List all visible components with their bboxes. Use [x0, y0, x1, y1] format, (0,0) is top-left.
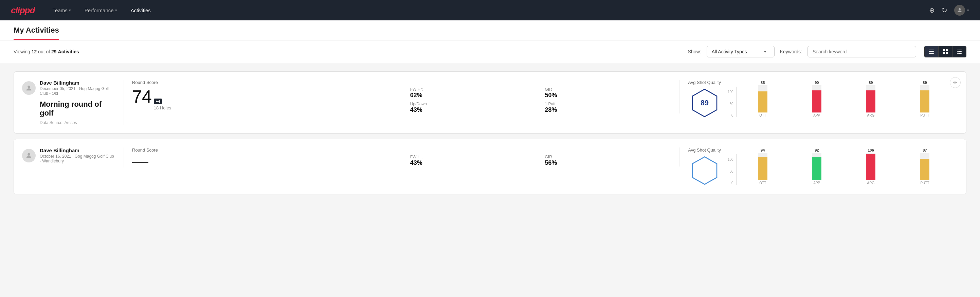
svg-rect-9: [958, 50, 962, 50]
updown-stat: Up/Down 43%: [410, 102, 537, 113]
search-input[interactable]: [808, 46, 916, 57]
grid-view-button[interactable]: [939, 46, 953, 57]
svg-rect-6: [943, 52, 945, 54]
activities-content: ✏ Dave Billingham December 05, 2021 · Go…: [0, 63, 980, 208]
fw-hit-value: 43%: [410, 160, 537, 166]
svg-rect-4: [943, 49, 945, 51]
user-name: Dave Billingham: [40, 80, 115, 86]
keywords-label: Keywords:: [780, 49, 802, 54]
shot-quality-section: Avg Shot Quality 89 100 50 0 85OT: [680, 80, 958, 118]
score-value: 74: [132, 88, 152, 105]
stats-grid: FW Hit 62% GIR 50% Up/Down 43% 1 Putt 28…: [410, 87, 672, 113]
user-info: Dave Billingham October 16, 2021 · Gog M…: [40, 147, 115, 163]
gir-value: 56%: [545, 160, 671, 166]
svg-rect-10: [957, 51, 958, 52]
y-axis: 100 50 0: [728, 90, 735, 117]
one-putt-label: 1 Putt: [545, 102, 671, 106]
avg-shot-quality-label: Avg Shot Quality: [688, 80, 721, 85]
viewing-count-text: Viewing 12 out of 29 Activities: [14, 49, 682, 54]
svg-rect-12: [957, 53, 958, 54]
svg-rect-3: [929, 53, 934, 54]
gir-label: GIR: [545, 87, 671, 92]
fw-hit-label: FW Hit: [410, 155, 537, 160]
activity-type-chevron-icon: ▾: [764, 49, 766, 54]
score-holes: 18 Holes: [154, 105, 171, 110]
fw-hit-stat: FW Hit 43%: [410, 155, 537, 166]
svg-rect-11: [958, 51, 962, 52]
card-left: Dave Billingham October 16, 2021 · Gog M…: [22, 147, 124, 168]
gir-label: GIR: [545, 155, 671, 160]
one-putt-value: 28%: [545, 106, 671, 113]
performance-chevron-icon: ▾: [115, 8, 117, 13]
logo[interactable]: clippd: [11, 5, 35, 16]
round-title: Morning round of golf: [40, 100, 115, 118]
card-user: Dave Billingham December 05, 2021 · Gog …: [22, 80, 115, 96]
round-score-label: Round Score: [132, 147, 394, 153]
filter-bar: Viewing 12 out of 29 Activities Show: Al…: [0, 40, 980, 63]
data-source: Data Source: Arccos: [40, 120, 115, 125]
gir-value: 50%: [545, 92, 671, 99]
svg-point-0: [959, 8, 961, 10]
y-axis: 100 50 0: [728, 158, 735, 185]
stats-grid: FW Hit 43% GIR 56%: [410, 155, 672, 166]
avatar: [954, 5, 965, 16]
user-avatar: [22, 81, 36, 95]
activity-type-dropdown[interactable]: All Activity Types ▾: [706, 46, 775, 57]
svg-marker-18: [692, 157, 717, 185]
avatar-chevron-icon: ▾: [967, 8, 969, 13]
user-date: October 16, 2021 · Gog Magog Golf Club -…: [40, 154, 115, 163]
round-score-label: Round Score: [132, 80, 394, 85]
updown-label: Up/Down: [410, 102, 537, 106]
list-full-view-button[interactable]: [953, 46, 966, 57]
svg-rect-13: [958, 53, 962, 54]
score-diff-badge: +4: [154, 99, 162, 104]
activity-card: Dave Billingham October 16, 2021 · Gog M…: [14, 139, 966, 194]
search-input-wrap: [808, 46, 916, 57]
add-icon[interactable]: ⊕: [929, 6, 935, 14]
refresh-icon[interactable]: ↻: [942, 6, 947, 14]
svg-point-17: [27, 153, 30, 155]
user-info: Dave Billingham December 05, 2021 · Gog …: [40, 80, 115, 96]
bar-chart-area: 100 50 0 94OTT92APP106ARG87PUTT: [728, 147, 950, 185]
score-section: Round Score: [124, 147, 402, 169]
page-header: My Activities: [0, 21, 980, 40]
nav-teams[interactable]: Teams ▾: [51, 8, 72, 13]
avg-shot-quality-label: Avg Shot Quality: [688, 147, 721, 153]
teams-chevron-icon: ▾: [69, 8, 71, 13]
shot-quality-section: Avg Shot Quality 100 50 0 94OTT92APP106A…: [680, 147, 958, 186]
gir-stat: GIR 56%: [545, 155, 671, 166]
activity-card: ✏ Dave Billingham December 05, 2021 · Go…: [14, 71, 966, 134]
list-compact-view-button[interactable]: [925, 46, 939, 57]
gir-stat: GIR 50%: [545, 87, 671, 99]
nav-icons: ⊕ ↻ ▾: [929, 5, 969, 16]
nav-activities[interactable]: Activities: [129, 8, 152, 13]
stats-section: FW Hit 62% GIR 50% Up/Down 43% 1 Putt 28…: [402, 80, 680, 113]
svg-rect-5: [946, 49, 948, 51]
show-label: Show:: [688, 49, 701, 54]
navbar: clippd Teams ▾ Performance ▾ Activities …: [0, 0, 980, 21]
card-left: Dave Billingham December 05, 2021 · Gog …: [22, 80, 124, 125]
page-title: My Activities: [14, 26, 59, 40]
updown-value: 43%: [410, 106, 537, 113]
svg-rect-7: [946, 52, 948, 54]
view-toggles: [924, 46, 966, 57]
one-putt-stat: 1 Putt 28%: [545, 102, 671, 113]
svg-rect-1: [929, 50, 934, 50]
nav-performance[interactable]: Performance ▾: [83, 8, 119, 13]
user-avatar: [22, 149, 36, 163]
svg-rect-2: [929, 51, 934, 52]
shot-quality-hexagon: 89: [688, 88, 721, 118]
svg-point-14: [27, 85, 30, 88]
edit-button[interactable]: ✏: [950, 77, 961, 88]
svg-rect-8: [957, 50, 958, 50]
user-date: December 05, 2021 · Gog Magog Golf Club …: [40, 86, 115, 96]
stats-section: FW Hit 43% GIR 56%: [402, 147, 680, 166]
shot-quality-hexagon: [688, 155, 721, 186]
fw-hit-stat: FW Hit 62%: [410, 87, 537, 99]
score-section: Round Score 74 +4 18 Holes: [124, 80, 402, 112]
fw-hit-value: 62%: [410, 92, 537, 99]
bar-chart-area: 100 50 0 85OTT90APP89ARG89PUTT: [728, 80, 950, 117]
svg-text:89: 89: [700, 99, 709, 107]
user-avatar-menu[interactable]: ▾: [954, 5, 969, 16]
user-name: Dave Billingham: [40, 147, 115, 153]
